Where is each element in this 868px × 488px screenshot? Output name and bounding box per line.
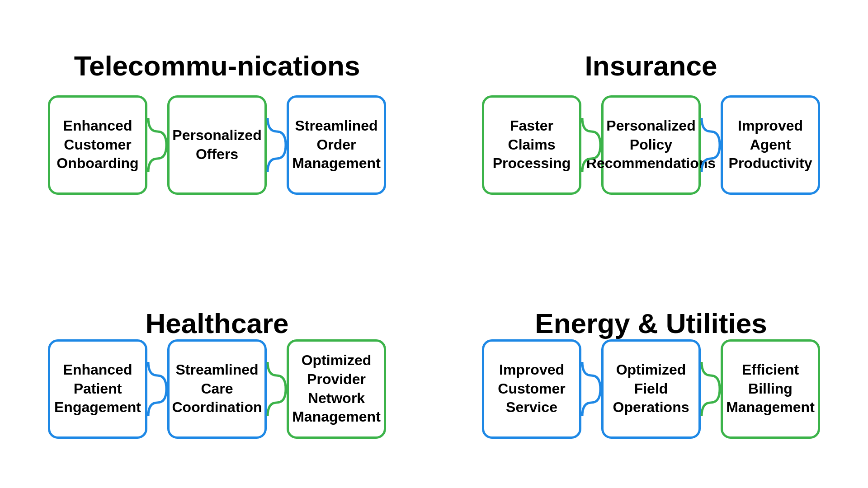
- energy-title: Energy & Utilities: [535, 307, 767, 339]
- card-enhanced-customer-onboarding: Enhanced Customer Onboarding: [48, 95, 147, 195]
- card-streamlined-care-coordination: Streamlined Care Coordination: [167, 339, 267, 439]
- energy-cards-row: Improved Customer Service Optimized Fiel…: [482, 339, 820, 439]
- telecom-cards-row: Enhanced Customer Onboarding Personalize…: [48, 95, 386, 195]
- telecom-cards: Enhanced Customer Onboarding Personalize…: [48, 95, 386, 195]
- healthcare-cards: Enhanced Patient Engagement Streamlined …: [48, 339, 386, 439]
- card-enhanced-patient-engagement: Enhanced Patient Engagement: [48, 339, 147, 439]
- insurance-title: Insurance: [585, 50, 717, 82]
- card-personalized-policy-recommendations: Personalized Policy Recommendations: [601, 95, 701, 195]
- connector-1: [146, 118, 169, 172]
- connector-7: [580, 362, 603, 416]
- insurance-quadrant: Insurance Faster Claims Processing Perso…: [434, 0, 868, 244]
- connector-4: [699, 118, 722, 172]
- energy-quadrant: Improved Customer Service Optimized Fiel…: [434, 244, 868, 488]
- healthcare-title: Healthcare: [145, 307, 288, 339]
- connector-3: [580, 118, 603, 172]
- energy-cards: Improved Customer Service Optimized Fiel…: [482, 339, 820, 439]
- card-improved-agent-productivity: Improved Agent Productivity: [721, 95, 820, 195]
- insurance-cards: Faster Claims Processing Personalized Po…: [482, 95, 820, 195]
- card-optimized-field-operations: Optimized Field Operations: [601, 339, 701, 439]
- connector-2: [265, 118, 288, 172]
- healthcare-quadrant: Enhanced Patient Engagement Streamlined …: [0, 244, 434, 488]
- insurance-cards-row: Faster Claims Processing Personalized Po…: [482, 95, 820, 195]
- telecom-title: Telecommu-nications: [74, 50, 360, 82]
- card-personalized-offers: Personalized Offers: [167, 95, 267, 195]
- card-faster-claims-processing: Faster Claims Processing: [482, 95, 581, 195]
- telecom-quadrant: Telecommu-nications Enhanced Customer On…: [0, 0, 434, 244]
- connector-6: [265, 362, 288, 416]
- connector-8: [699, 362, 722, 416]
- healthcare-cards-row: Enhanced Patient Engagement Streamlined …: [48, 339, 386, 439]
- connector-5: [146, 362, 169, 416]
- card-streamlined-order-management: Streamlined Order Management: [287, 95, 386, 195]
- card-optimized-provider-network-management: Optimized Provider Network Management: [287, 339, 386, 439]
- main-grid: Telecommu-nications Enhanced Customer On…: [0, 0, 868, 488]
- card-improved-customer-service: Improved Customer Service: [482, 339, 581, 439]
- card-efficient-billing-management: Efficient Billing Management: [721, 339, 820, 439]
